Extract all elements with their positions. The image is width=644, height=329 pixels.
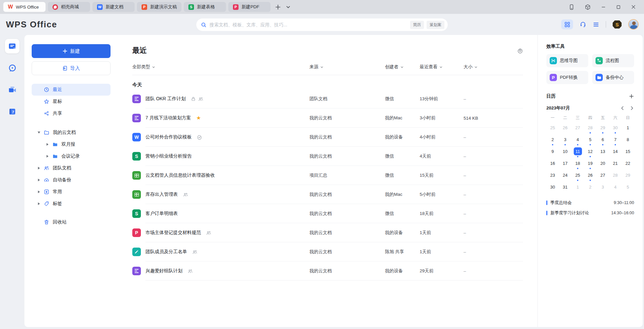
caret-right-icon[interactable] <box>36 202 42 205</box>
mobile-button[interactable] <box>568 4 575 10</box>
rail-item-meeting[interactable] <box>5 82 19 97</box>
caret-right-icon[interactable] <box>45 143 50 146</box>
calendar-date[interactable]: 28 <box>609 171 622 182</box>
rail-item-documents[interactable] <box>5 39 19 53</box>
rail-item-apps[interactable] <box>5 126 19 140</box>
global-search-bar[interactable]: 简历 策划案 <box>196 18 448 31</box>
sidebar-item-会议记录[interactable]: 会议记录 <box>32 150 111 162</box>
add-event-button[interactable] <box>629 94 634 99</box>
menu-button[interactable] <box>593 21 599 28</box>
calendar-date[interactable]: 29 <box>596 124 609 134</box>
sidebar-item-自动备份[interactable]: 自动备份 <box>32 174 111 186</box>
list-settings-gear-icon[interactable] <box>517 48 523 53</box>
window-tab[interactable]: P新建演示文稿 <box>137 2 181 12</box>
calendar-date[interactable]: 2 <box>546 135 559 146</box>
calendar-date[interactable]: 25 <box>571 171 584 182</box>
calendar-date[interactable]: 8 <box>622 135 634 146</box>
calendar-date[interactable]: 14 <box>609 147 622 158</box>
calendar-date[interactable]: 5 <box>622 183 634 194</box>
window-tab[interactable]: S新建表格 <box>184 2 226 12</box>
close-button[interactable] <box>631 4 636 10</box>
tool-PDF转换[interactable]: PPDF转换 <box>546 71 588 84</box>
calendar-date[interactable]: 21 <box>609 159 622 170</box>
file-row[interactable]: 7 月线下活动策划方案★我的云文档我的Mac3小时前514 KB <box>132 108 523 128</box>
calendar-date[interactable]: 13 <box>596 147 609 158</box>
calendar-date[interactable]: 1 <box>571 183 584 194</box>
calendar-date[interactable]: 15 <box>622 147 634 158</box>
calendar-date[interactable]: 16 <box>546 159 559 170</box>
calendar-event[interactable]: 季度总结会9:30–11:00 <box>546 197 634 208</box>
import-button[interactable]: 导入 <box>32 61 111 75</box>
calendar-date[interactable]: 4 <box>609 183 622 194</box>
calendar-date[interactable]: 12 <box>584 147 596 158</box>
sidebar-item-标签[interactable]: 标签 <box>32 198 111 210</box>
filter-最近查看[interactable]: 最近查看 <box>420 64 464 70</box>
calendar-date[interactable]: 20 <box>596 159 609 170</box>
calendar-date[interactable]: 28 <box>584 124 596 134</box>
new-tab-button[interactable] <box>275 4 281 10</box>
sidebar-item-我的云文档[interactable]: 我的云文档 <box>32 127 111 138</box>
calendar-date[interactable]: 2 <box>584 183 596 194</box>
window-tab[interactable]: WWPS Office <box>3 2 46 12</box>
sidebar-item-团队文档[interactable]: 团队文档 <box>32 162 111 174</box>
calendar-date[interactable]: 31 <box>559 183 571 194</box>
calendar-date[interactable]: 17 <box>559 159 571 170</box>
file-row[interactable]: W公司对外合作协议模板我的云文档我的设备4小时前– <box>132 128 523 147</box>
file-row[interactable]: 库存出入管理表我的云文档我的Mac5小时前– <box>132 185 523 204</box>
calendar-date[interactable]: 7 <box>609 135 622 146</box>
calendar-date[interactable]: 25 <box>546 124 559 134</box>
file-row[interactable]: 团队 OKR 工作计划团队文档微信13分钟前– <box>132 89 523 108</box>
calendar-date[interactable]: 22 <box>622 159 634 170</box>
window-tab[interactable]: P新建PDF <box>228 2 271 12</box>
calendar-prev-button[interactable] <box>620 106 625 110</box>
caret-right-icon[interactable] <box>45 155 50 158</box>
calendar-date[interactable]: 30 <box>609 124 622 134</box>
membership-badge[interactable]: S <box>613 20 622 29</box>
calendar-date[interactable]: 23 <box>546 171 559 182</box>
tool-思维导图[interactable]: 思维导图 <box>546 54 588 67</box>
calendar-date[interactable]: 4 <box>571 135 584 146</box>
calendar-date[interactable]: 26 <box>559 124 571 134</box>
calendar-date[interactable]: 24 <box>559 171 571 182</box>
calendar-date[interactable]: 1 <box>622 124 634 134</box>
calendar-date[interactable]: 3 <box>559 135 571 146</box>
filter-来源[interactable]: 来源 <box>309 64 385 70</box>
rail-item-chat[interactable] <box>5 61 19 75</box>
support-headset-button[interactable] <box>580 21 586 28</box>
calendar-date[interactable]: 6 <box>596 135 609 146</box>
maximize-button[interactable] <box>616 5 621 10</box>
calendar-date[interactable]: 30 <box>546 183 559 194</box>
sidebar-item-最近[interactable]: 最近 <box>32 84 111 96</box>
filter-全部类型[interactable]: 全部类型 <box>132 64 309 70</box>
calendar-date[interactable]: 3 <box>596 183 609 194</box>
file-row[interactable]: 兴趣爱好组队计划我的云文档我的设备29天前– <box>132 261 523 281</box>
filter-创建者[interactable]: 创建者 <box>385 64 420 70</box>
sidebar-item-双月报[interactable]: 双月报 <box>32 138 111 150</box>
caret-right-icon[interactable] <box>36 191 42 193</box>
caret-right-icon[interactable] <box>36 179 42 181</box>
window-tab[interactable]: W新建文档 <box>92 2 135 12</box>
file-row[interactable]: 团队成员及分工名单我的云文档陈旭 共享1天前– <box>132 242 523 261</box>
sidebar-item-星标[interactable]: 星标 <box>32 96 111 107</box>
new-document-button[interactable]: 新建 <box>32 44 111 58</box>
workspace-button[interactable] <box>585 4 591 10</box>
calendar-date[interactable]: 19 <box>584 159 596 170</box>
sidebar-item-共享[interactable]: 共享 <box>32 107 111 119</box>
rail-item-calendar[interactable]: 7 <box>5 104 19 119</box>
apps-grid-button[interactable] <box>561 19 573 29</box>
file-row[interactable]: S客户订单明细表我的云文档微信18天前– <box>132 204 523 223</box>
tool-备份中心[interactable]: 备份中心 <box>592 71 634 84</box>
calendar-date[interactable]: 27 <box>571 124 584 134</box>
file-row[interactable]: S营销小组业绩分析报告我的云文档微信4天前– <box>132 147 523 166</box>
sidebar-item-常用[interactable]: 常用 <box>32 186 111 198</box>
calendar-date[interactable]: 5 <box>584 135 596 146</box>
search-tag-proposal[interactable]: 策划案 <box>427 21 444 29</box>
sidebar-item-回收站[interactable]: 回收站 <box>32 216 111 228</box>
search-tag-resume[interactable]: 简历 <box>410 21 424 29</box>
filter-大小[interactable]: 大小 <box>464 64 523 70</box>
calendar-date[interactable]: 9 <box>546 147 559 158</box>
calendar-date[interactable]: 29 <box>622 171 634 182</box>
file-row[interactable]: 云文档管人员信息统计表理器验收项目汇总微信15天前– <box>132 166 523 185</box>
calendar-date[interactable]: 10 <box>559 147 571 158</box>
tool-流程图[interactable]: 流程图 <box>592 54 634 67</box>
